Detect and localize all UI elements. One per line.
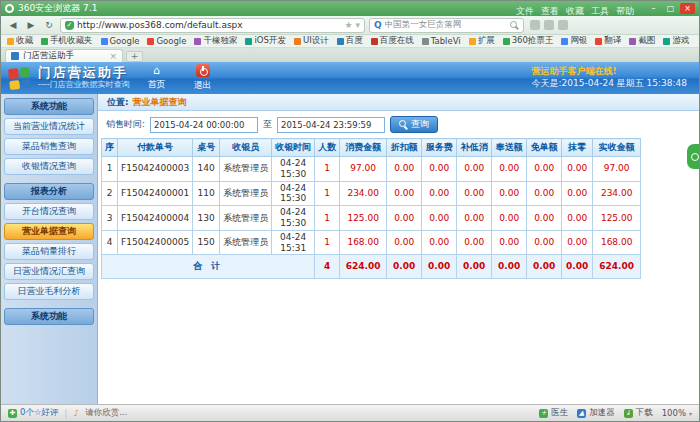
bookmark-item[interactable]: 游戏 xyxy=(663,35,689,47)
column-header: 折扣额 xyxy=(387,139,422,157)
bookmark-item[interactable]: 网银 xyxy=(561,35,587,47)
bookmark-item[interactable]: UI设计 xyxy=(294,35,329,47)
sidebar-item[interactable]: 营业单据查询 xyxy=(4,223,94,240)
bookmarks-bar: 收藏手机收藏夹GoogleGoogle千橡独家iOS开发UI设计百度百度在线Ta… xyxy=(1,35,699,48)
table-cell: F15042400003 xyxy=(118,157,193,182)
table-row[interactable]: 4F15042400005150系统管理员04-2415:311168.000.… xyxy=(102,230,641,255)
rating-link[interactable]: ✚ 0个☆好评 xyxy=(8,407,59,419)
table-cell: 04-2415:31 xyxy=(272,230,315,255)
bookmark-item[interactable]: 百度 xyxy=(337,35,363,47)
bookmark-item[interactable]: TableVi xyxy=(422,35,461,47)
breadcrumb-value: 营业单据查询 xyxy=(133,96,187,109)
table-cell: 0.00 xyxy=(562,157,593,182)
tool-icon-2[interactable] xyxy=(544,20,554,30)
bookmark-item[interactable]: 360抢票王 xyxy=(503,35,554,47)
titlebar-menu-item[interactable]: 帮助 xyxy=(616,6,634,16)
close-button[interactable]: × xyxy=(680,3,695,14)
tool-icon-1[interactable] xyxy=(530,20,540,30)
app-header: 门店营运助手 ----门店营业数据实时查询 ⌂ 首页 退出 营运助手客户端在线!… xyxy=(1,62,699,94)
table-cell: 3 xyxy=(102,206,118,231)
sidebar-item[interactable]: 开台情况查询 xyxy=(4,203,94,220)
sidebar-item[interactable]: 日营业情况汇查询 xyxy=(4,263,94,280)
table-cell: 0.00 xyxy=(527,230,562,255)
app-title: 门店营运助手 xyxy=(38,66,130,80)
forward-button[interactable]: ▶ xyxy=(24,19,38,32)
bookmark-item[interactable]: 手机收藏夹 xyxy=(41,35,93,47)
tab-title: 门店营运助手 xyxy=(23,50,74,62)
sidebar-item[interactable]: 收银情况查询 xyxy=(4,158,94,175)
table-cell: 0.00 xyxy=(492,230,527,255)
sidebar-section-header[interactable]: 系统功能 xyxy=(4,308,94,325)
sidebar-section-header[interactable]: 系统功能 xyxy=(4,98,94,115)
bookmarks-right: 扩展360抢票王网银翻译截图游戏 xyxy=(469,35,698,47)
status-right-tools: +医生▲加速器↓下载100%▾ xyxy=(539,407,692,419)
main-area: 系统功能当前营业情况统计菜品销售查询收银情况查询报表分析开台情况查询营业单据查询… xyxy=(1,94,699,404)
column-header: 服务费 xyxy=(422,139,457,157)
titlebar-menu-item[interactable]: 文件 xyxy=(516,6,534,16)
bookmark-icon xyxy=(629,38,636,45)
bookmark-item[interactable]: 收藏 xyxy=(7,35,33,47)
search-input[interactable] xyxy=(385,20,507,30)
maximize-button[interactable]: □ xyxy=(663,3,678,14)
bookmark-item[interactable]: 截图 xyxy=(629,35,655,47)
status-tool-download[interactable]: ↓下载 xyxy=(624,407,653,419)
column-header: 补低消 xyxy=(457,139,492,157)
table-cell: 0.00 xyxy=(492,206,527,231)
floating-service-widget[interactable] xyxy=(687,144,699,169)
table-row[interactable]: 1F15042400003140系统管理员04-2415:30197.000.0… xyxy=(102,157,641,182)
titlebar-menu-item[interactable]: 收藏 xyxy=(566,6,584,16)
minimize-button[interactable]: – xyxy=(646,3,661,14)
status-tool-doctor[interactable]: +医生 xyxy=(539,407,568,419)
bookmark-item[interactable]: Google xyxy=(147,35,186,47)
bookmark-item[interactable]: 翻译 xyxy=(595,35,621,47)
bookmark-item[interactable]: Google xyxy=(101,35,140,47)
total-cell: 0.00 xyxy=(562,255,593,279)
status-tool-zoom[interactable]: 100%▾ xyxy=(662,408,692,418)
sidebar-item[interactable]: 日营业毛利分析 xyxy=(4,283,94,300)
tab-close-icon[interactable]: × xyxy=(109,51,117,61)
new-tab-button[interactable]: + xyxy=(126,51,143,62)
sidebar-section-header[interactable]: 报表分析 xyxy=(4,183,94,200)
titlebar-menu-item[interactable]: 查看 xyxy=(541,6,559,16)
refresh-button[interactable]: ↻ xyxy=(42,19,56,32)
breadcrumb: 位置: 营业单据查询 xyxy=(98,94,699,111)
table-cell: 125.00 xyxy=(340,206,387,231)
sidebar-item[interactable]: 当前营业情况统计 xyxy=(4,118,94,135)
music-link[interactable]: 请你欣赏... xyxy=(85,407,127,419)
table-row[interactable]: 3F15042400004130系统管理员04-2415:301125.000.… xyxy=(102,206,641,231)
bookmark-item[interactable]: 扩展 xyxy=(469,35,495,47)
bookmark-item[interactable]: 千橡独家 xyxy=(194,35,237,47)
back-button[interactable]: ◀ xyxy=(6,19,20,32)
url-input[interactable] xyxy=(77,20,341,30)
bookmark-icon xyxy=(595,38,602,45)
sidebar-item[interactable]: 菜品销量排行 xyxy=(4,243,94,260)
search-magnifier-icon[interactable] xyxy=(510,21,519,30)
table-row[interactable]: 2F15042400001110系统管理员04-2415:301234.000.… xyxy=(102,181,641,206)
exit-button[interactable]: 退出 xyxy=(194,64,212,92)
table-cell: F15042400001 xyxy=(118,181,193,206)
browser-tab[interactable]: 门店营运助手 × xyxy=(5,49,123,62)
url-dropdown-icon[interactable]: ▾ xyxy=(355,20,360,30)
table-cell: 系统管理员 xyxy=(220,157,272,182)
date-from-input[interactable] xyxy=(150,117,258,133)
bookmark-icon xyxy=(422,38,429,45)
bookmark-item[interactable]: iOS开发 xyxy=(245,35,285,47)
table-cell: 150 xyxy=(193,230,220,255)
doctor-icon: + xyxy=(539,409,548,418)
status-tool-accelerator[interactable]: ▲加速器 xyxy=(577,407,615,419)
tool-icon-3[interactable] xyxy=(558,20,568,30)
zoom-caret-icon[interactable]: ▾ xyxy=(689,410,692,417)
titlebar-menu-item[interactable]: 工具 xyxy=(591,6,609,16)
favorite-star-icon[interactable]: ★ xyxy=(344,20,352,30)
date-to-input[interactable] xyxy=(277,117,385,133)
table-cell: 系统管理员 xyxy=(220,230,272,255)
table-cell: 1 xyxy=(102,157,118,182)
bookmark-item[interactable]: 百度在线 xyxy=(371,35,414,47)
table-cell: 0.00 xyxy=(527,206,562,231)
table-cell: 04-2415:30 xyxy=(272,157,315,182)
sidebar-item[interactable]: 菜品销售查询 xyxy=(4,138,94,155)
home-button[interactable]: ⌂ 首页 xyxy=(148,65,166,91)
column-header: 桌号 xyxy=(193,139,220,157)
query-button[interactable]: 查询 xyxy=(390,116,438,133)
column-header: 奉送额 xyxy=(492,139,527,157)
